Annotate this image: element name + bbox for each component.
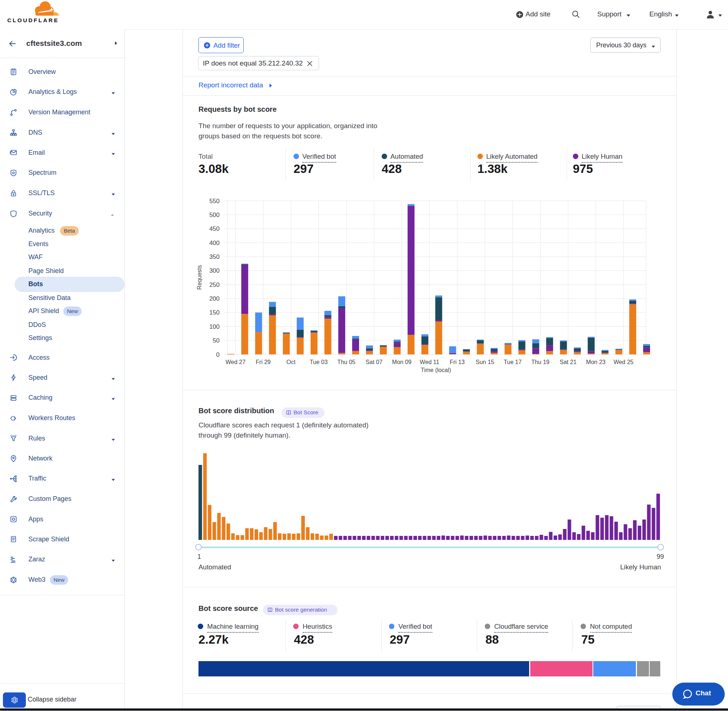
svg-text:150: 150 bbox=[210, 309, 220, 316]
svg-text:550: 550 bbox=[210, 198, 220, 205]
svg-text:450: 450 bbox=[210, 225, 220, 232]
svg-text:Thu 19: Thu 19 bbox=[532, 359, 549, 365]
svg-text:Wed 11: Wed 11 bbox=[420, 359, 440, 365]
svg-text:500: 500 bbox=[210, 211, 220, 218]
svg-text:200: 200 bbox=[210, 295, 220, 302]
svg-text:100: 100 bbox=[210, 323, 220, 330]
svg-text:Wed 25: Wed 25 bbox=[614, 359, 633, 365]
svg-text:50: 50 bbox=[213, 337, 220, 344]
svg-text:Requests: Requests bbox=[196, 265, 202, 290]
svg-text:Wed 27: Wed 27 bbox=[226, 359, 245, 365]
svg-text:350: 350 bbox=[210, 254, 220, 260]
svg-text:300: 300 bbox=[210, 267, 220, 274]
svg-text:Tue 03: Tue 03 bbox=[310, 359, 328, 365]
svg-text:Mon 23: Mon 23 bbox=[586, 359, 605, 365]
svg-text:Sun 15: Sun 15 bbox=[475, 359, 494, 365]
svg-text:400: 400 bbox=[210, 239, 220, 246]
svg-text:250: 250 bbox=[210, 282, 220, 288]
svg-text:Thu 05: Thu 05 bbox=[337, 359, 356, 365]
svg-text:Time (local): Time (local) bbox=[421, 367, 451, 373]
svg-text:Oct: Oct bbox=[286, 359, 295, 365]
svg-text:Sat 21: Sat 21 bbox=[560, 359, 576, 365]
svg-text:0: 0 bbox=[216, 351, 220, 358]
svg-text:Tue 17: Tue 17 bbox=[504, 359, 521, 365]
svg-text:Mon 09: Mon 09 bbox=[392, 359, 412, 365]
svg-text:Fri 13: Fri 13 bbox=[450, 359, 465, 365]
svg-text:Sat 07: Sat 07 bbox=[366, 359, 382, 365]
svg-text:Fri 29: Fri 29 bbox=[255, 359, 270, 365]
